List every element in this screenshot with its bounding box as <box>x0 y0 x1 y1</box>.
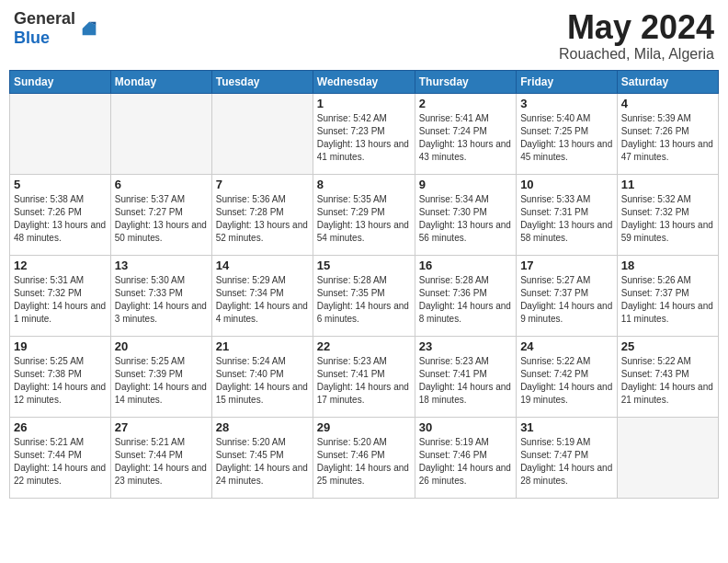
logo: General Blue <box>14 9 99 48</box>
day-info: Sunrise: 5:33 AMSunset: 7:31 PMDaylight:… <box>520 193 613 245</box>
day-info: Sunrise: 5:26 AMSunset: 7:37 PMDaylight:… <box>621 274 714 326</box>
day-number: 3 <box>520 97 613 110</box>
day-info: Sunrise: 5:21 AMSunset: 7:44 PMDaylight:… <box>14 436 107 488</box>
calendar-day-cell: 31Sunrise: 5:19 AMSunset: 7:47 PMDayligh… <box>517 417 618 498</box>
calendar-day-cell: 21Sunrise: 5:24 AMSunset: 7:40 PMDayligh… <box>211 336 313 417</box>
day-info: Sunrise: 5:21 AMSunset: 7:44 PMDaylight:… <box>115 436 208 488</box>
day-info: Sunrise: 5:28 AMSunset: 7:35 PMDaylight:… <box>317 274 411 326</box>
day-info: Sunrise: 5:40 AMSunset: 7:25 PMDaylight:… <box>520 112 613 164</box>
day-number: 22 <box>317 339 411 353</box>
day-info: Sunrise: 5:25 AMSunset: 7:38 PMDaylight:… <box>14 355 107 407</box>
calendar-day-cell: 10Sunrise: 5:33 AMSunset: 7:31 PMDayligh… <box>517 174 618 255</box>
day-number: 18 <box>621 259 714 272</box>
calendar-day-cell: 2Sunrise: 5:41 AMSunset: 7:24 PMDaylight… <box>415 93 516 174</box>
day-number: 1 <box>317 97 411 110</box>
day-info: Sunrise: 5:28 AMSunset: 7:36 PMDaylight:… <box>419 274 512 326</box>
calendar-day-cell: 15Sunrise: 5:28 AMSunset: 7:35 PMDayligh… <box>313 255 415 336</box>
day-info: Sunrise: 5:30 AMSunset: 7:33 PMDaylight:… <box>115 274 208 326</box>
day-number: 24 <box>520 339 613 353</box>
location-title: Rouached, Mila, Algeria <box>559 46 714 63</box>
calendar-day-cell: 14Sunrise: 5:29 AMSunset: 7:34 PMDayligh… <box>211 255 313 336</box>
calendar-week-row: 12Sunrise: 5:31 AMSunset: 7:32 PMDayligh… <box>10 255 719 336</box>
day-number: 12 <box>14 259 107 272</box>
day-number: 2 <box>419 97 512 110</box>
day-info: Sunrise: 5:42 AMSunset: 7:23 PMDaylight:… <box>317 112 411 164</box>
calendar-day-cell: 16Sunrise: 5:28 AMSunset: 7:36 PMDayligh… <box>415 255 516 336</box>
weekday-header-wednesday: Wednesday <box>313 70 415 93</box>
day-number: 13 <box>115 259 208 272</box>
day-number: 7 <box>216 178 309 191</box>
calendar-day-cell: 22Sunrise: 5:23 AMSunset: 7:41 PMDayligh… <box>313 336 415 417</box>
calendar-day-cell: 18Sunrise: 5:26 AMSunset: 7:37 PMDayligh… <box>617 255 718 336</box>
day-info: Sunrise: 5:22 AMSunset: 7:42 PMDaylight:… <box>520 355 613 407</box>
day-number: 26 <box>14 420 107 434</box>
calendar-day-cell: 1Sunrise: 5:42 AMSunset: 7:23 PMDaylight… <box>313 93 415 174</box>
day-info: Sunrise: 5:29 AMSunset: 7:34 PMDaylight:… <box>216 274 309 326</box>
day-info: Sunrise: 5:23 AMSunset: 7:41 PMDaylight:… <box>419 355 512 407</box>
calendar-day-cell <box>110 93 211 174</box>
day-number: 4 <box>621 97 714 110</box>
day-number: 30 <box>419 420 512 434</box>
day-number: 17 <box>520 259 613 272</box>
month-title: May 2024 <box>559 9 714 46</box>
day-number: 20 <box>115 339 208 353</box>
day-number: 27 <box>115 420 208 434</box>
day-number: 16 <box>419 259 512 272</box>
day-info: Sunrise: 5:37 AMSunset: 7:27 PMDaylight:… <box>115 193 208 245</box>
day-info: Sunrise: 5:39 AMSunset: 7:26 PMDaylight:… <box>621 112 714 164</box>
calendar-day-cell: 13Sunrise: 5:30 AMSunset: 7:33 PMDayligh… <box>110 255 211 336</box>
day-info: Sunrise: 5:27 AMSunset: 7:37 PMDaylight:… <box>520 274 613 326</box>
calendar-day-cell: 26Sunrise: 5:21 AMSunset: 7:44 PMDayligh… <box>10 417 111 498</box>
weekday-header-row: SundayMondayTuesdayWednesdayThursdayFrid… <box>10 70 719 93</box>
day-info: Sunrise: 5:25 AMSunset: 7:39 PMDaylight:… <box>115 355 208 407</box>
weekday-header-thursday: Thursday <box>415 70 516 93</box>
day-number: 29 <box>317 420 411 434</box>
day-info: Sunrise: 5:23 AMSunset: 7:41 PMDaylight:… <box>317 355 411 407</box>
weekday-header-tuesday: Tuesday <box>211 70 313 93</box>
calendar-day-cell: 3Sunrise: 5:40 AMSunset: 7:25 PMDaylight… <box>517 93 618 174</box>
calendar-week-row: 5Sunrise: 5:38 AMSunset: 7:26 PMDaylight… <box>10 174 719 255</box>
day-number: 15 <box>317 259 411 272</box>
calendar-day-cell: 9Sunrise: 5:34 AMSunset: 7:30 PMDaylight… <box>415 174 516 255</box>
day-info: Sunrise: 5:20 AMSunset: 7:45 PMDaylight:… <box>216 436 309 488</box>
day-info: Sunrise: 5:35 AMSunset: 7:29 PMDaylight:… <box>317 193 411 245</box>
day-number: 8 <box>317 178 411 191</box>
day-number: 14 <box>216 259 309 272</box>
calendar-day-cell: 29Sunrise: 5:20 AMSunset: 7:46 PMDayligh… <box>313 417 415 498</box>
calendar-day-cell: 6Sunrise: 5:37 AMSunset: 7:27 PMDaylight… <box>110 174 211 255</box>
calendar-day-cell: 8Sunrise: 5:35 AMSunset: 7:29 PMDaylight… <box>313 174 415 255</box>
calendar-day-cell: 20Sunrise: 5:25 AMSunset: 7:39 PMDayligh… <box>110 336 211 417</box>
calendar-day-cell: 5Sunrise: 5:38 AMSunset: 7:26 PMDaylight… <box>10 174 111 255</box>
day-info: Sunrise: 5:41 AMSunset: 7:24 PMDaylight:… <box>419 112 512 164</box>
day-number: 31 <box>520 420 613 434</box>
calendar-day-cell <box>617 417 718 498</box>
day-number: 5 <box>14 178 107 191</box>
day-info: Sunrise: 5:19 AMSunset: 7:46 PMDaylight:… <box>419 436 512 488</box>
logo-text: General Blue <box>14 9 75 48</box>
calendar-day-cell <box>10 93 111 174</box>
day-number: 19 <box>14 339 107 353</box>
calendar-week-row: 1Sunrise: 5:42 AMSunset: 7:23 PMDaylight… <box>10 93 719 174</box>
calendar-day-cell: 30Sunrise: 5:19 AMSunset: 7:46 PMDayligh… <box>415 417 516 498</box>
page-header: General Blue May 2024 Rouached, Mila, Al… <box>9 9 719 63</box>
day-info: Sunrise: 5:38 AMSunset: 7:26 PMDaylight:… <box>14 193 107 245</box>
day-info: Sunrise: 5:22 AMSunset: 7:43 PMDaylight:… <box>621 355 714 407</box>
calendar-day-cell <box>211 93 313 174</box>
calendar-table: SundayMondayTuesdayWednesdayThursdayFrid… <box>9 70 719 499</box>
day-number: 28 <box>216 420 309 434</box>
day-number: 23 <box>419 339 512 353</box>
calendar-day-cell: 19Sunrise: 5:25 AMSunset: 7:38 PMDayligh… <box>10 336 111 417</box>
day-info: Sunrise: 5:31 AMSunset: 7:32 PMDaylight:… <box>14 274 107 326</box>
calendar-day-cell: 17Sunrise: 5:27 AMSunset: 7:37 PMDayligh… <box>517 255 618 336</box>
calendar-week-row: 26Sunrise: 5:21 AMSunset: 7:44 PMDayligh… <box>10 417 719 498</box>
calendar-week-row: 19Sunrise: 5:25 AMSunset: 7:38 PMDayligh… <box>10 336 719 417</box>
day-info: Sunrise: 5:19 AMSunset: 7:47 PMDaylight:… <box>520 436 613 488</box>
logo-general: General <box>14 9 75 28</box>
calendar-day-cell: 7Sunrise: 5:36 AMSunset: 7:28 PMDaylight… <box>211 174 313 255</box>
day-number: 21 <box>216 339 309 353</box>
day-number: 11 <box>621 178 714 191</box>
day-info: Sunrise: 5:32 AMSunset: 7:32 PMDaylight:… <box>621 193 714 245</box>
title-block: May 2024 Rouached, Mila, Algeria <box>559 9 714 63</box>
day-number: 9 <box>419 178 512 191</box>
weekday-header-sunday: Sunday <box>10 70 111 93</box>
